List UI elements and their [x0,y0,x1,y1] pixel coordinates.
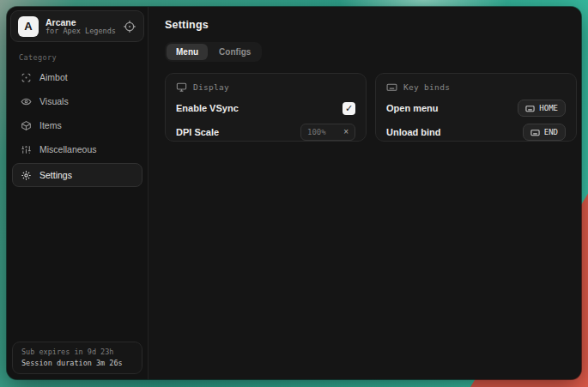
app-logo: A [18,16,39,37]
keybinds-card-title: Key binds [403,82,450,92]
unload-bind-row: Unload bind END [386,124,566,141]
keyboard-icon [525,104,535,113]
tab-configs[interactable]: Configs [209,44,260,60]
keyboard-icon [386,82,397,93]
unload-key: END [544,128,558,136]
page-title: Settings [165,19,577,31]
sidebar-item-label: Aimbot [39,72,68,82]
open-menu-key: HOME [539,104,558,112]
session-duration-text: Session duration 3m 26s [21,359,133,367]
sidebar-item-label: Items [39,120,62,130]
sidebar-item-items[interactable]: Items [12,113,142,137]
sidebar-item-visuals[interactable]: Visuals [12,89,142,113]
gear-icon [21,170,32,181]
sidebar-item-settings[interactable]: Settings [12,163,142,187]
tab-bar: Menu Configs [165,42,262,62]
sidebar-item-label: Settings [39,170,72,180]
display-card-title: Display [193,82,229,92]
dpi-row: DPI Scale 100% × [176,124,355,141]
app-header-card: A Arcane for Apex Legends [10,10,144,42]
cheat-menu-window: A Arcane for Apex Legends Category [7,7,581,379]
app-name: Arcane [45,17,116,27]
sidebar-item-label: Visuals [39,96,69,106]
app-subtitle: for Apex Legends [45,27,116,36]
settings-cards-row: Display Enable VSync ✓ DPI Scale 100% × [165,73,577,142]
sub-expires-text: Sub expires in 9d 23h [21,348,133,356]
display-card: Display Enable VSync ✓ DPI Scale 100% × [165,73,367,142]
main-content: Settings Menu Configs Display [149,7,581,379]
subscription-status-card: Sub expires in 9d 23h Session duration 3… [12,342,142,374]
keybinds-card-header: Key binds [386,82,566,93]
vsync-row: Enable VSync ✓ [176,100,355,117]
app-title-block: Arcane for Apex Legends [45,17,116,36]
game-backdrop: A Arcane for Apex Legends Category [0,0,588,387]
dpi-label: DPI Scale [176,127,219,137]
target-icon[interactable] [123,20,136,33]
open-menu-keybind-button[interactable]: HOME [518,100,566,117]
box-icon [21,120,32,131]
unload-keybind-button[interactable]: END [523,124,566,141]
crosshair-icon [21,72,32,83]
sidebar: A Arcane for Apex Legends Category [7,7,149,379]
sidebar-item-miscellaneous[interactable]: Miscellaneous [12,137,142,161]
display-card-header: Display [176,82,355,93]
vsync-label: Enable VSync [176,103,239,113]
category-label: Category [19,53,144,62]
sidebar-spacer [10,189,144,340]
vsync-checkbox[interactable]: ✓ [342,102,355,115]
keybinds-card: Key binds Open menu HOME [375,73,577,142]
sliders-icon [21,144,32,155]
sidebar-item-aimbot[interactable]: Aimbot [12,65,142,89]
unload-bind-label: Unload bind [386,127,441,137]
clear-icon[interactable]: × [343,128,349,136]
monitor-icon [176,82,187,93]
eye-icon [21,96,32,107]
tab-menu[interactable]: Menu [167,44,208,60]
dpi-value: 100% [307,128,326,136]
sidebar-nav: Aimbot Visuals [10,65,144,189]
keyboard-icon [530,128,540,137]
open-menu-label: Open menu [386,103,439,113]
dpi-scale-input[interactable]: 100% × [300,124,355,141]
open-menu-row: Open menu HOME [386,100,566,117]
sidebar-item-label: Miscellaneous [39,144,97,154]
